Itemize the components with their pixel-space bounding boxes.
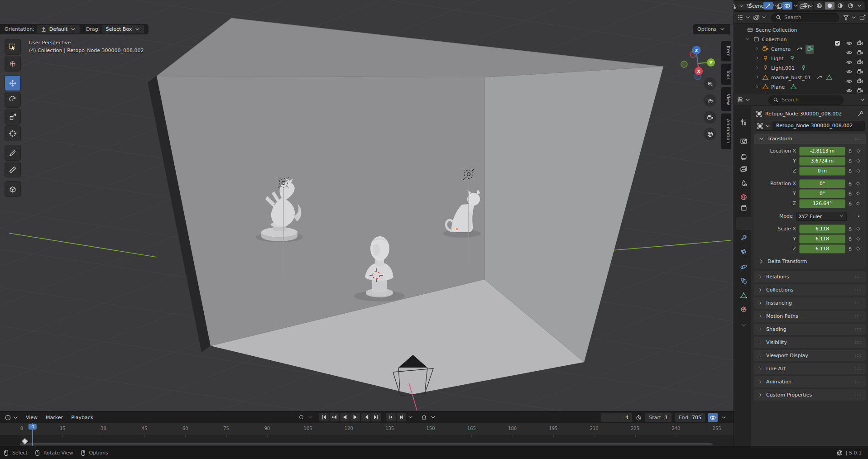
current-frame-field[interactable]: 4 <box>601 413 633 422</box>
new-collection-button[interactable] <box>859 14 866 21</box>
outliner-row-light[interactable]: Light <box>734 54 868 63</box>
frame-end-field[interactable]: End 705 <box>675 413 705 422</box>
shading-wireframe-button[interactable] <box>815 2 824 10</box>
lock-icon[interactable] <box>845 181 854 186</box>
keyframe-icon[interactable] <box>854 226 862 231</box>
orientation-dropdown[interactable]: Default <box>37 25 80 33</box>
lock-icon[interactable] <box>845 201 854 206</box>
drag-dropdown[interactable]: Select Box <box>102 25 144 33</box>
properties-tab-material[interactable] <box>736 303 751 316</box>
outliner-item-name[interactable]: Plane <box>771 84 785 90</box>
section-relations[interactable]: Relations∷∷ <box>754 271 866 282</box>
section-line-art[interactable]: Line Art∷∷ <box>754 363 866 374</box>
mesh-data-icon[interactable] <box>826 74 833 82</box>
expand-closed-icon[interactable] <box>755 84 760 91</box>
action-icon[interactable] <box>796 45 803 53</box>
camera-data-icon[interactable] <box>806 45 814 54</box>
timeline-menu-playback[interactable]: Playback <box>67 415 97 421</box>
chevron-down-icon[interactable] <box>856 2 863 9</box>
step-forward-button[interactable] <box>397 413 406 421</box>
tool-measure-button[interactable] <box>5 162 21 177</box>
sidebar-tab-item[interactable]: Item <box>721 41 731 62</box>
chevron-down-icon[interactable] <box>307 414 314 421</box>
outliner-row-camera[interactable]: Camera <box>734 44 868 54</box>
frame-start-field[interactable]: Start 1 <box>645 413 672 422</box>
properties-options-button[interactable] <box>859 96 866 103</box>
properties-editor-selector[interactable] <box>737 96 751 103</box>
next-keyframe-button[interactable] <box>361 413 370 421</box>
loop-toggle[interactable] <box>419 413 429 421</box>
object-name-field[interactable]: Retopo_Node 300000_008.002 <box>773 121 865 131</box>
chevron-down-icon[interactable] <box>792 2 799 9</box>
chevron-down-icon[interactable] <box>773 2 780 9</box>
outliner-item-name[interactable]: Collection <box>762 37 786 43</box>
transform-panel-header[interactable]: Transform ∷∷ <box>754 134 866 144</box>
tool-cursor-button[interactable] <box>5 56 21 72</box>
sidebar-tab-animation[interactable]: Animation <box>721 113 731 149</box>
auto-keying-toggle[interactable] <box>297 413 306 421</box>
show-overlays-toggle[interactable] <box>782 2 792 10</box>
jump-end-button[interactable] <box>371 413 381 421</box>
tool-move-button[interactable] <box>5 75 21 91</box>
timeline-menu-marker[interactable]: Marker <box>42 415 67 421</box>
properties-search-input[interactable]: Search <box>768 96 844 105</box>
properties-tab-constraints[interactable] <box>736 274 751 287</box>
outliner-row-marble-bust-01[interactable]: marble_bust_01 <box>734 73 868 82</box>
room-box[interactable] <box>148 18 663 394</box>
outliner-row-collection[interactable]: Collection <box>734 35 868 44</box>
gizmo-axis-neg-y[interactable] <box>681 61 687 67</box>
online-access-icon[interactable] <box>836 449 843 456</box>
lock-icon[interactable] <box>845 236 854 241</box>
properties-tabs-overflow[interactable] <box>736 319 751 331</box>
pin-icon[interactable] <box>857 110 864 117</box>
transform-value-field[interactable]: -2.8113 m <box>799 147 845 156</box>
properties-tab-tool[interactable] <box>736 115 751 128</box>
section-motion-paths[interactable]: Motion Paths∷∷ <box>754 311 866 322</box>
section-custom-properties[interactable]: Custom Properties∷∷ <box>754 389 866 401</box>
expand-closed-icon[interactable] <box>755 46 760 53</box>
timeline-editor-selector[interactable] <box>3 414 21 421</box>
section-instancing[interactable]: Instancing∷∷ <box>754 297 866 309</box>
drag-handle[interactable]: ∷∷ <box>855 366 862 371</box>
keyframe-icon[interactable] <box>854 168 862 173</box>
drag-handle[interactable]: ∷∷ <box>855 274 862 279</box>
outliner-item-name[interactable]: marble_bust_01 <box>771 75 811 81</box>
shading-rendered-button[interactable] <box>846 2 855 10</box>
outliner-item-name[interactable]: Scene Collection <box>756 27 797 33</box>
lock-icon[interactable] <box>845 148 854 153</box>
timeline-menu-view[interactable]: View <box>22 415 42 421</box>
viewport-navigation-gizmo[interactable]: Z Y X <box>680 45 716 81</box>
zoom-view-button[interactable] <box>704 77 716 90</box>
properties-tab-output[interactable] <box>736 150 751 163</box>
outliner-row-light-001[interactable]: Light.001 <box>734 63 868 73</box>
transform-value-field[interactable]: 126.64° <box>799 199 845 208</box>
expand-closed-icon[interactable] <box>755 75 760 81</box>
transform-value-field[interactable]: 6.118 <box>799 244 845 253</box>
lock-icon[interactable] <box>845 246 854 251</box>
tool-scale-button[interactable] <box>5 109 21 124</box>
properties-tab-object[interactable] <box>736 217 751 230</box>
options-dropdown[interactable]: Options <box>693 24 730 34</box>
rotation-mode-dropdown[interactable]: XYZ Euler <box>796 212 847 221</box>
camera-view-button[interactable] <box>704 111 716 124</box>
properties-tab-view-layer[interactable] <box>736 163 751 175</box>
keyframe-icon[interactable] <box>854 236 862 241</box>
properties-tab-render[interactable] <box>736 134 751 147</box>
expand-closed-icon[interactable] <box>755 65 760 72</box>
jump-start-button[interactable] <box>319 413 329 421</box>
drag-handle[interactable]: ∷∷ <box>855 136 862 141</box>
tool-annotate-button[interactable] <box>5 145 21 161</box>
object-id-dropdown[interactable] <box>755 121 773 131</box>
shading-material-button[interactable] <box>835 2 845 10</box>
delta-transform-section[interactable]: Delta Transform <box>754 254 866 266</box>
shading-solid-button[interactable] <box>825 2 834 10</box>
keyframe-icon[interactable] <box>854 158 862 163</box>
outliner-filter-button[interactable] <box>843 14 857 21</box>
chevron-down-icon[interactable] <box>430 414 436 421</box>
timeline-scrollbar[interactable] <box>20 443 713 445</box>
light-data-icon[interactable] <box>800 64 807 72</box>
timeline-overlay-toggle[interactable] <box>708 413 718 422</box>
lock-icon[interactable] <box>845 191 854 196</box>
pan-view-button[interactable] <box>704 94 716 107</box>
section-shading[interactable]: Shading∷∷ <box>754 324 866 335</box>
